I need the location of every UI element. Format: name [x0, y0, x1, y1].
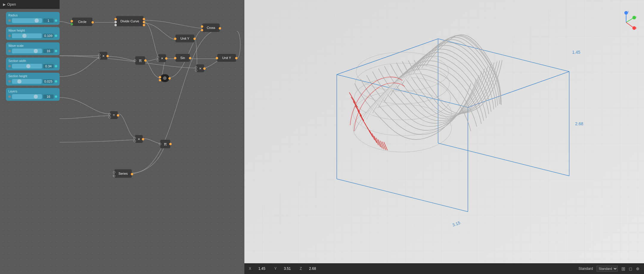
node-divide-curve-port-left-3	[114, 24, 117, 26]
node-circle-port-left-1	[71, 20, 73, 22]
node-series[interactable]: Series	[114, 169, 132, 178]
node-unit-y-2-port-left	[216, 57, 218, 59]
node-circle-port-right	[91, 21, 94, 24]
node-unit-y-1-port-right	[193, 38, 196, 40]
node-pi-2[interactable]: π	[160, 140, 170, 148]
param-radius-port-right	[55, 19, 57, 22]
node-multiply-3-port-left-1	[195, 66, 197, 69]
menu-arrow: ▶	[3, 2, 6, 7]
node-multiply-2-label: ×	[161, 56, 163, 61]
param-wave-scale-slider[interactable]	[12, 49, 42, 53]
node-cross-port-left-1	[201, 25, 203, 28]
node-multiply-1-port-left-1	[98, 54, 100, 56]
box-icon[interactable]: ◻	[629, 266, 632, 271]
viewport[interactable]: 1.45 2.68 3.15	[244, 0, 644, 274]
node-multiply-2[interactable]: ×	[158, 54, 166, 62]
svg-text:Z: Z	[627, 10, 629, 13]
node-divide-curve-port-left-1	[114, 18, 117, 20]
node-multiply-4[interactable]: ×	[135, 135, 143, 143]
viewport-status-bar: X 1.45 Y 3.51 Z 2.68 Standard Standard ⊞…	[244, 263, 644, 274]
param-layers-slider[interactable]	[12, 94, 42, 99]
viewport-grid: 1.45 2.68 3.15	[244, 0, 644, 274]
top-menu[interactable]: ▶ Open	[0, 0, 60, 9]
node-cross[interactable]: Cross	[202, 23, 220, 32]
node-sin-port-left	[174, 57, 176, 59]
node-merge[interactable]	[160, 74, 170, 82]
node-pi-1-port-left	[134, 59, 136, 62]
node-merge-port-left-1	[159, 76, 161, 78]
node-multiply-4-port-left-2	[134, 140, 136, 142]
node-multiply-4-label: ×	[138, 137, 140, 141]
svg-line-43	[626, 22, 634, 28]
node-unit-y-1[interactable]: Unit Y	[175, 34, 195, 43]
param-wave-height-label: Wave height	[8, 29, 57, 32]
param-section-width-value: 0.34	[43, 64, 54, 68]
node-divide-curve-port-left-2	[114, 21, 117, 23]
cursor-icon[interactable]: ⊕	[636, 266, 640, 271]
node-circle-port-left-2	[71, 23, 73, 25]
x-coord-value: 1.45	[258, 267, 265, 271]
node-divide-1-port-left-2	[108, 116, 111, 118]
standard-select[interactable]: Standard	[597, 266, 618, 272]
node-cross-port-left-2	[201, 29, 203, 31]
axis-indicator: Z Y X	[614, 10, 638, 34]
node-cross-label: Cross	[207, 26, 215, 30]
param-layers[interactable]: Layers 16	[6, 88, 60, 101]
param-section-height-value: 0.025	[43, 79, 54, 83]
node-divide-curve[interactable]: Divide Curve	[116, 16, 144, 27]
param-section-height-port-left	[8, 80, 11, 83]
param-radius-port-left	[8, 19, 11, 22]
node-divide-1[interactable]: ÷	[110, 111, 118, 119]
param-layers-port-right	[55, 95, 57, 98]
node-multiply-2-port-right	[165, 57, 167, 60]
node-unit-y-2-port-right	[235, 57, 238, 59]
param-section-width-slider[interactable]	[12, 64, 42, 69]
param-wave-height[interactable]: Wave height 0.109	[6, 27, 60, 40]
node-circle-label: Circle	[78, 20, 86, 24]
node-multiply-3[interactable]: ×	[196, 64, 204, 72]
param-wave-scale-port-left	[8, 50, 11, 52]
param-wave-height-port-left	[8, 35, 11, 37]
param-wave-height-value: 0.109	[43, 34, 54, 38]
node-unit-y-2[interactable]: Unit Y	[217, 54, 236, 62]
param-section-width[interactable]: Section width 0.34	[6, 58, 60, 70]
node-editor[interactable]: ▶ Open	[0, 0, 244, 274]
y-coord-label: Y	[274, 267, 277, 271]
param-layers-port-left	[8, 95, 11, 98]
grid-icon[interactable]: ⊞	[621, 266, 625, 272]
param-radius-slider[interactable]	[12, 18, 42, 23]
node-pi-1-label: π	[139, 58, 142, 63]
node-cross-port-right	[219, 27, 221, 30]
param-radius[interactable]: Radius 1	[6, 12, 60, 25]
param-wave-height-slider[interactable]	[12, 33, 42, 38]
node-divide-1-port-right	[117, 114, 119, 117]
node-multiply-1-port-right	[106, 55, 109, 57]
node-sin-port-right	[189, 57, 191, 59]
param-section-height-slider[interactable]	[12, 79, 42, 84]
param-section-width-port-right	[55, 65, 57, 67]
node-sin[interactable]: Sin	[175, 54, 190, 62]
param-wave-scale[interactable]: Wave scale 16	[6, 42, 60, 55]
node-merge-port-left-2	[159, 79, 161, 81]
node-pi-2-label: π	[164, 142, 167, 146]
node-circle[interactable]: Circle	[72, 17, 93, 26]
param-radius-label: Radius	[8, 14, 57, 17]
node-divide-1-port-left-1	[108, 113, 111, 115]
param-wave-scale-port-right	[55, 50, 57, 52]
svg-text:Y: Y	[635, 16, 637, 19]
node-merge-port-right	[168, 77, 171, 80]
param-section-height[interactable]: Section height 0.025	[6, 73, 60, 86]
node-pi-1-port-right	[144, 59, 147, 62]
node-divide-curve-port-right-1	[143, 18, 145, 20]
node-multiply-1[interactable]: ×	[99, 52, 108, 60]
viewport-canvas[interactable]: 1.45 2.68 3.15	[244, 0, 644, 274]
node-unit-y-2-label: Unit Y	[222, 56, 231, 60]
node-pi-1[interactable]: π	[135, 56, 145, 65]
node-divide-curve-port-right-2	[143, 21, 145, 23]
param-section-height-port-right	[55, 80, 57, 83]
svg-text:X: X	[635, 27, 637, 30]
menu-open-label[interactable]: Open	[7, 2, 16, 7]
node-multiply-2-port-left-1	[157, 56, 159, 58]
svg-text:2.68: 2.68	[575, 121, 583, 126]
node-multiply-1-label: ×	[102, 54, 105, 58]
